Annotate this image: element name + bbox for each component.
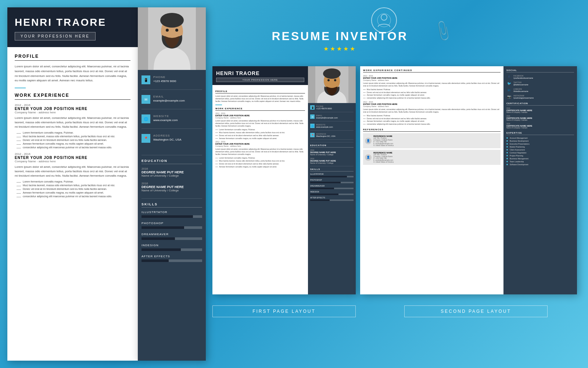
fp-profile-text: Lorem ipsum dolor sit amet, consectetur …	[215, 95, 305, 103]
bullet-item: Muci lacinia laoreet, massa odio element…	[215, 160, 305, 162]
skill-bar-bg	[141, 215, 202, 218]
bullet-dash	[363, 121, 366, 121]
sp-refs-title: REFERENCES	[363, 128, 501, 132]
bullet-dash	[17, 144, 21, 145]
sp-main: WORK EXPERIENCE CONTINUED 2012 - 2016 EN…	[360, 66, 503, 294]
person-silhouette	[315, 66, 348, 103]
bullet-item: Aenean fermentum convallis magna, eu mol…	[215, 166, 305, 168]
bullet-dash	[215, 167, 218, 167]
bullet-item: Muci lacinia laoreet, massa odio element…	[17, 184, 130, 187]
bullet-item: Lorem fermentum convallis magna. Pulvina…	[17, 131, 130, 134]
work-exp-title: WORK EXPERIENCE	[15, 93, 130, 100]
bullet-dot	[506, 143, 508, 145]
profile-section-title: PROFILE	[15, 54, 130, 61]
linkedin-icon: in	[506, 88, 512, 93]
ref1-info: REFERENCE NAME Job Title / Position Comp…	[373, 135, 394, 146]
second-page-label: SECOND PAGE LAYOUT	[404, 305, 548, 317]
expertise-item: Project Planning	[506, 155, 574, 157]
bullet-item: Donec vel erat at mi tincidunt elementum…	[215, 134, 305, 137]
fp-edu1: 2016 DEGREE NAME PUT HERE Name of Univer…	[310, 149, 354, 156]
edu2-degree: DEGREE NAME PUT HERE	[141, 185, 202, 189]
first-page-label: FIRST PAGE LAYOUT	[212, 305, 356, 317]
skill-fill	[310, 194, 338, 195]
skill-bar-bg	[141, 259, 202, 262]
svg-point-11	[323, 68, 341, 79]
skill-indesign: INDESIGN	[141, 244, 202, 251]
education-title: EDUCATION	[141, 159, 202, 164]
phone-label: PHONE	[153, 75, 176, 79]
website-contact: 🌐 WEBSITE www.example.com	[141, 114, 202, 129]
first-page-left: HENRI TRAORE YOUR PROFESSION HERE PROFIL…	[212, 66, 308, 294]
resume-body: PROFILE Lorem ipsum dolor sit amet, cons…	[7, 47, 138, 361]
instagram-icon: 📷	[506, 94, 512, 99]
profile-text: Lorem ipsum dolor sit amet, consectetur …	[15, 64, 130, 83]
first-page-preview: HENRI TRAORE YOUR PROFESSION HERE PROFIL…	[212, 66, 356, 294]
skill-bar-bg	[141, 226, 202, 229]
bullet-item: Aenean fermentum convallis magna, eu mol…	[17, 142, 130, 145]
bullet-dot	[506, 161, 508, 162]
skills-section: SKILLS ILLUSTRTATOR PHOTOSHOP DREAMWEAVE…	[141, 198, 202, 266]
facebook-value: /yourfacebookusername	[513, 77, 533, 79]
job1-text: Lorem ipsum dolor sit amet, consectetur …	[15, 116, 130, 129]
fp-email: ✉ EMAIL example@example.com	[310, 114, 354, 121]
job1-title: ENTER YOUR JOB POSITION HERE	[15, 107, 130, 111]
expertise-list: Account Management Business Development …	[506, 137, 574, 166]
svg-point-6	[166, 29, 169, 32]
fp-job1-company: Company Name - address here	[215, 117, 305, 119]
twitter-value: @twitterusername	[513, 84, 528, 86]
bullet-item: consectetur adipiscing elit maecenas pul…	[363, 123, 501, 125]
job2-title: ENTER YOUR JOB POSITION HERE	[15, 156, 130, 160]
email-value: example@example.com	[153, 99, 185, 102]
facebook-item: f FACEBOOK /yourfacebookusername	[506, 74, 574, 79]
ref1-address: A: United States of America	[373, 145, 394, 146]
bullet-dot	[506, 155, 508, 156]
cert2-org: Name of Company / Institute	[506, 119, 574, 121]
fp-edu-section: EDUCATION 2016 DEGREE NAME PUT HERE Name…	[310, 142, 354, 164]
fp-header: HENRI TRAORE YOUR PROFESSION HERE	[212, 66, 308, 85]
email-icon: ✉	[310, 114, 315, 119]
expertise-item: Market Positioning	[506, 146, 574, 148]
bullet-item: Lorem fermentum convallis magna. Pulvina…	[17, 180, 130, 183]
email-contact: ✉ EMAIL example@example.com	[141, 95, 202, 109]
fp-website: 🌐 WEBSITE www.example.com	[310, 124, 354, 131]
job2-text: Lorem ipsum dolor sit amet, consectetur …	[15, 165, 130, 178]
bullet-item: Donec vel erat at mi tincidunt elementum…	[17, 139, 130, 141]
fp-edu2: 2016 DEGREE NAME PUT HERE Name of Univer…	[310, 158, 354, 164]
education-section: EDUCATION 2016 DEGREE NAME PUT HERE Name…	[141, 155, 202, 197]
cert2: 2016 CERTIFICATE NAME HERE Name of Compa…	[506, 115, 574, 121]
expertise-item: Executive Presentations	[506, 143, 574, 145]
sp-job2-company: Company Name - address here	[363, 105, 501, 107]
fp-address-val: Washington DC, USA	[316, 135, 336, 137]
fp-body: PROFILE Lorem ipsum dolor sit amet, cons…	[212, 85, 308, 294]
fp-email-val: example@example.com	[316, 117, 338, 119]
bullet-item: Aenean fermentum convallis magna, eu mol…	[17, 191, 130, 194]
skill-bar-fill	[141, 215, 193, 218]
fp-edu1-school: Name of University / College	[310, 153, 354, 156]
bullet-item: Lorem fermentum convallis magna. Pulvina…	[215, 157, 305, 159]
job1-company: Company Name - address here	[15, 111, 130, 114]
bullet-item: Muci lacinia laoreet. Pulvinar.	[363, 114, 501, 117]
skill-bar-fill	[141, 237, 175, 240]
phone-value: +123 45678 9000	[153, 79, 176, 83]
first-page-sidebar: 📱 PHONE +123 45678 9000 ✉ EMAIL example@…	[308, 66, 356, 294]
bullet-dot	[506, 149, 508, 151]
svg-point-7	[175, 29, 178, 32]
job2-year: 2012 - 2016	[15, 152, 130, 156]
bullet-dash	[17, 190, 21, 190]
bullet-dot	[506, 140, 508, 142]
instagram-item: 📷 INSTAGRAM /yourinstagramusername	[506, 94, 574, 99]
bullet-dot	[506, 137, 508, 139]
brand-title: RESUME INVENTOR	[272, 29, 408, 43]
skill-bar-fill	[141, 226, 184, 229]
job2-bullets: Lorem fermentum convallis magna. Pulvina…	[15, 180, 130, 198]
svg-point-12	[327, 79, 330, 81]
separator	[15, 88, 26, 88]
fp-skill-1: ILLUSTRTATOR	[310, 173, 354, 177]
bullet-dash	[215, 130, 218, 130]
bullet-item: Donec vel erat at mi tincidunt elementum…	[215, 163, 305, 165]
twitter-icon: 🐦	[506, 81, 512, 86]
skill-bar-bg	[141, 237, 202, 240]
sp-expertise-title: EXPERTISE	[506, 132, 574, 135]
skill-bg	[310, 182, 354, 183]
fp-job2-bullets: Lorem fermentum convallis magna. Pulvina…	[215, 157, 305, 168]
